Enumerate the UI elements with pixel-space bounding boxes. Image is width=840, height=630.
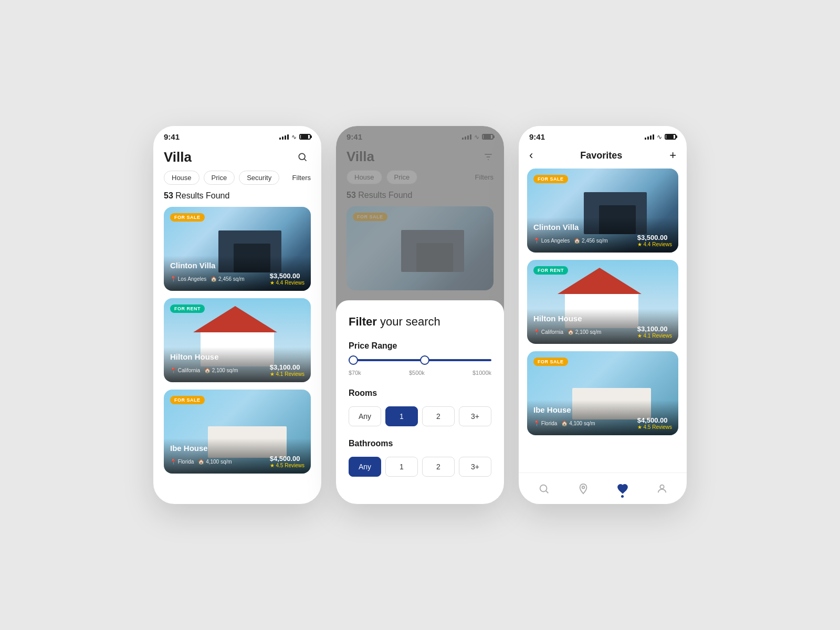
nav-dot [621,495,624,498]
status-bar-1: 9:41 ∿ [153,126,321,144]
fav-loc-2: 📍 California [533,329,563,335]
listing-overlay-3: Ibe House 📍 Florida 🏠 4,100 sq/m $4,500.… [164,438,311,474]
bath-3plus[interactable]: 3+ [459,457,491,477]
add-button[interactable]: + [669,149,676,162]
svg-point-5 [540,485,547,491]
badge-for-sale-1: FOR SALE [170,213,205,222]
range-thumb-left[interactable] [349,355,358,365]
listing-overlay-2: Hilton House 📍 California 🏠 2,100 sq/m $… [164,347,311,382]
listing-card-hilton[interactable]: FOR RENT Hilton House 📍 California 🏠 2,1… [164,298,311,382]
listing-details-1: 📍 Los Angeles 🏠 2,456 sq/m [170,276,245,282]
listing-card-ibe[interactable]: FOR SALE Ibe House 📍 Florida 🏠 4,100 sq/… [164,390,311,474]
fav-name-3: Ibe House [533,405,672,414]
fav-price-col-2: $3,100.00 ★ 4.1 Reviews [637,325,672,339]
range-thumb-right[interactable] [420,355,429,365]
fav-badge-rent-2: FOR RENT [533,266,568,275]
fav-details-3: 📍 Florida 🏠 4,100 sq/m [533,421,595,426]
rooms-title: Rooms [349,388,491,398]
area-1: 🏠 2,456 sq/m [211,276,244,282]
fav-card-clinton[interactable]: FOR SALE Clinton Villa 📍 Los Angeles 🏠 2… [527,169,678,253]
svg-point-8 [660,485,664,488]
bathrooms-section: Bathrooms Any 1 2 3+ [349,439,491,477]
back-button[interactable]: ‹ [529,149,533,162]
favorites-header: ‹ Favorites + [519,144,687,169]
svg-point-7 [582,486,584,488]
price-col-1: $3,500.00 ★ 4.4 Reviews [270,272,304,286]
rooms-any[interactable]: Any [349,406,381,426]
status-icons-1: ∿ [279,133,311,141]
listing-meta-2: 📍 California 🏠 2,100 sq/m $3,100.00 ★ 4.… [170,363,304,377]
filter-chips-1: House Price Security Filters [153,171,321,191]
nav-favorites[interactable] [613,479,633,499]
screen3-phone: 9:41 ∿ ‹ Favorites + [519,126,687,504]
rooms-3plus[interactable]: 3+ [459,406,491,426]
search-button-1[interactable] [294,149,311,165]
fav-listings: FOR SALE Clinton Villa 📍 Los Angeles 🏠 2… [519,169,687,472]
screen1-header: Villa [153,144,321,171]
bath-any[interactable]: Any [349,457,381,477]
favorites-title: Favorites [580,150,622,161]
listing-name-3: Ibe House [170,444,304,453]
bath-1[interactable]: 1 [385,457,418,477]
screen2-phone: 9:41 ∿ Villa [336,126,504,504]
time-1: 9:41 [164,132,180,141]
nav-location[interactable] [573,479,593,499]
filter-modal-title: Filter your search [349,315,491,329]
bathrooms-title: Bathrooms [349,439,491,448]
screens-container: 9:41 ∿ Villa [153,126,687,504]
fav-card-ibe[interactable]: FOR SALE Ibe House 📍 Florida 🏠 4,100 sq/… [527,351,678,435]
price-slider[interactable] [349,359,491,361]
fav-card-hilton[interactable]: FOR RENT Hilton House 📍 California 🏠 2,1… [527,260,678,344]
fav-meta-3: 📍 Florida 🏠 4,100 sq/m $4,500.00 ★ 4.5 R… [533,416,672,430]
fav-reviews-1: ★ 4.4 Reviews [637,242,672,247]
listing-card-clinton[interactable]: FOR SALE Clinton Villa 📍 Los Angeles 🏠 2… [164,207,311,291]
listing-price-1: $3,500.00 [270,272,304,280]
fav-reviews-2: ★ 4.1 Reviews [637,333,672,339]
bottom-nav [519,472,687,504]
fav-details-2: 📍 California 🏠 2,100 sq/m [533,329,601,335]
listings-1: FOR SALE Clinton Villa 📍 Los Angeles 🏠 2… [153,207,321,504]
listing-price-3: $4,500.00 [270,455,304,463]
fav-meta-2: 📍 California 🏠 2,100 sq/m $3,100.00 ★ 4.… [533,325,672,339]
fav-price-col-1: $3,500.00 ★ 4.4 Reviews [637,234,672,247]
rooms-1[interactable]: 1 [385,406,418,426]
status-bar-3: 9:41 ∿ [519,126,687,144]
rooms-2[interactable]: 2 [422,406,455,426]
price-range-section: Price Range $70k $500k $1000k [349,341,491,376]
price-max-label: $1000k [472,370,491,376]
dim-overlay [336,126,504,326]
svg-line-1 [304,159,307,161]
rooms-section: Rooms Any 1 2 3+ [349,388,491,426]
listing-overlay-1: Clinton Villa 📍 Los Angeles 🏠 2,456 sq/m… [164,256,311,291]
svg-line-6 [546,491,548,493]
chip-price-1[interactable]: Price [204,171,235,185]
status-icons-3: ∿ [645,133,676,141]
location-icon-1: 📍 Los Angeles [170,276,206,282]
filter-modal: Filter your search Price Range $70k $500… [336,300,504,504]
fav-badge-sale-3: FOR SALE [533,358,568,366]
fav-name-2: Hilton House [533,314,672,323]
filters-button-1[interactable]: Filters [292,174,311,182]
screen1-title: Villa [164,149,192,165]
location-3: 📍 Florida [170,459,194,465]
nav-search[interactable] [534,479,554,499]
fav-area-2: 🏠 2,100 sq/m [568,329,601,335]
area-2: 🏠 2,100 sq/m [204,368,238,373]
fav-loc-1: 📍 Los Angeles [533,238,570,244]
listing-details-3: 📍 Florida 🏠 4,100 sq/m [170,459,232,465]
listing-name-1: Clinton Villa [170,261,304,270]
fav-loc-3: 📍 Florida [533,421,557,426]
listing-reviews-2: ★ 4.1 Reviews [270,371,304,377]
rooms-options: Any 1 2 3+ [349,406,491,426]
listing-name-2: Hilton House [170,352,304,361]
chip-security-1[interactable]: Security [239,171,279,185]
wifi-icon-1: ∿ [291,133,297,141]
fav-reviews-3: ★ 4.5 Reviews [637,424,672,430]
screen1-phone: 9:41 ∿ Villa [153,126,321,504]
nav-profile[interactable] [652,479,672,499]
bath-2[interactable]: 2 [422,457,455,477]
listing-meta-3: 📍 Florida 🏠 4,100 sq/m $4,500.00 ★ 4.5 R… [170,455,304,468]
signal-icon-3 [645,134,654,140]
battery-icon-3 [665,134,676,140]
chip-house-1[interactable]: House [164,171,200,185]
